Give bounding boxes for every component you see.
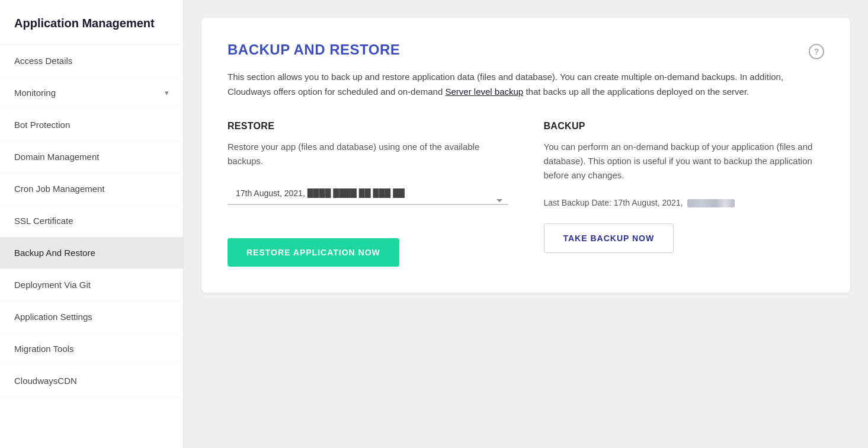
last-backup-date: Last Backup Date: 17th August, 2021, [544, 197, 825, 209]
sidebar-item-ssl-certificate[interactable]: SSL Certificate [0, 205, 183, 237]
card-header: BACKUP AND RESTORE ? [228, 41, 824, 59]
sidebar: Application Management Access DetailsMon… [0, 0, 184, 448]
sidebar-item-label: Application Settings [14, 312, 92, 322]
restore-application-button[interactable]: RESTORE APPLICATION NOW [228, 238, 399, 267]
sidebar-item-label: Backup And Restore [14, 248, 95, 258]
restore-description: Restore your app (files and database) us… [228, 140, 508, 168]
restore-select-wrapper: 17th August, 2021, ████ ████ ██ ███ ██ [228, 183, 508, 222]
sidebar-item-monitoring[interactable]: Monitoring▾ [0, 77, 183, 109]
sidebar-item-backup-and-restore[interactable]: Backup And Restore [0, 237, 183, 269]
restore-column: RESTORE Restore your app (files and data… [228, 121, 508, 267]
sidebar-item-label: Cron Job Management [14, 184, 105, 194]
sidebar-item-deployment-via-git[interactable]: Deployment Via Git [0, 269, 183, 301]
sidebar-item-bot-protection[interactable]: Bot Protection [0, 109, 183, 141]
two-column-layout: RESTORE Restore your app (files and data… [228, 121, 824, 267]
backup-date-blurred [687, 199, 735, 207]
sidebar-title: Application Management [0, 0, 183, 45]
restore-title: RESTORE [228, 121, 508, 132]
help-icon[interactable]: ? [809, 44, 824, 59]
sidebar-item-label: Migration Tools [14, 344, 74, 354]
backup-description: You can perform an on-demand backup of y… [544, 140, 825, 183]
sidebar-item-access-details[interactable]: Access Details [0, 45, 183, 77]
take-backup-button[interactable]: TAKE BACKUP NOW [544, 223, 674, 253]
backup-title: BACKUP [544, 121, 825, 132]
sidebar-item-label: Bot Protection [14, 120, 70, 130]
card-description: This section allows you to back up and r… [228, 70, 824, 100]
sidebar-item-label: Monitoring [14, 88, 56, 98]
backup-column: BACKUP You can perform an on-demand back… [544, 121, 825, 267]
main-content: BACKUP AND RESTORE ? This section allows… [184, 0, 868, 448]
sidebar-item-label: CloudwaysCDN [14, 376, 77, 386]
backup-restore-card: BACKUP AND RESTORE ? This section allows… [201, 18, 850, 293]
sidebar-item-migration-tools[interactable]: Migration Tools [0, 333, 183, 365]
restore-date-select[interactable]: 17th August, 2021, ████ ████ ██ ███ ██ [228, 183, 508, 205]
sidebar-item-label: Domain Management [14, 152, 99, 162]
sidebar-item-label: Access Details [14, 56, 72, 66]
chevron-down-icon: ▾ [165, 88, 169, 97]
sidebar-item-cron-job-management[interactable]: Cron Job Management [0, 173, 183, 205]
sidebar-item-cloudways-cdn[interactable]: CloudwaysCDN [0, 365, 183, 397]
sidebar-item-application-settings[interactable]: Application Settings [0, 301, 183, 333]
sidebar-item-label: Deployment Via Git [14, 280, 91, 290]
sidebar-item-label: SSL Certificate [14, 216, 73, 226]
page-title: BACKUP AND RESTORE [228, 41, 400, 58]
server-level-backup-link[interactable]: Server level backup [445, 87, 523, 97]
sidebar-item-domain-management[interactable]: Domain Management [0, 141, 183, 173]
